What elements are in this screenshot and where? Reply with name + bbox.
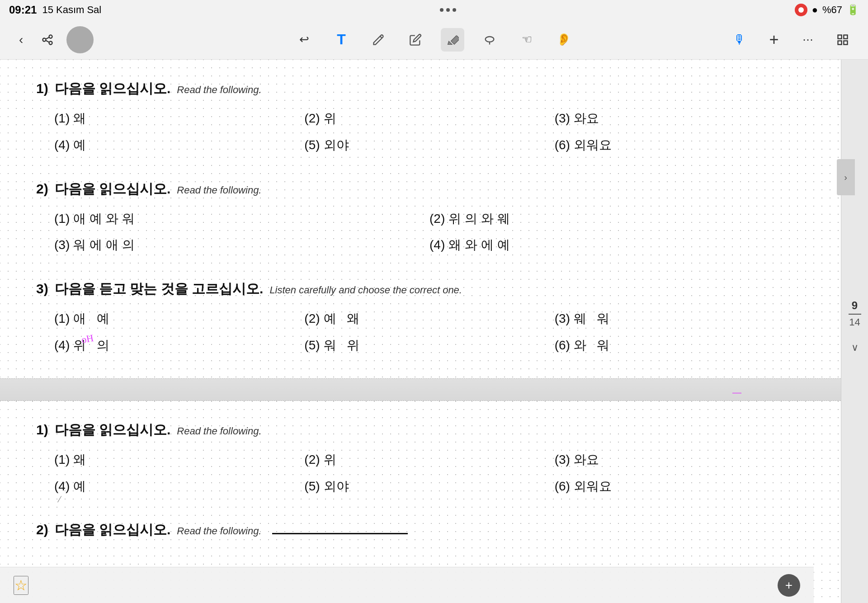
chevron-down-icon: ∨: [851, 342, 859, 353]
eraser-tool-button[interactable]: [441, 28, 464, 52]
bottom-section-2-title: 2) 다음을 읽으십시오. Read the following.: [36, 519, 805, 541]
svg-point-0: [486, 37, 494, 42]
section-1-english: Read the following.: [177, 82, 261, 98]
bottom-section-1-items: (1)왜 (2)위 (3)와요 (4)예 (5)외야 (6)외워요: [36, 450, 805, 497]
bottom-section-2: 2) 다음을 읽으십시오. Read the following.: [36, 519, 805, 541]
section-2-english: Read the following.: [177, 182, 261, 198]
svg-rect-3: [838, 41, 842, 44]
pencil-tool-button[interactable]: [404, 28, 427, 52]
status-right: ● %67 🔋: [795, 4, 859, 16]
bottom-section-2-english: Read the following.: [177, 523, 261, 539]
svg-rect-1: [838, 35, 842, 38]
section-3-english: Listen carefully and choose the correct …: [269, 282, 462, 298]
status-time: 09:21: [9, 4, 37, 16]
section-3-title: 3) 다음을 듣고 맞는 것을 고르십시오. Listen carefully …: [36, 278, 805, 300]
list-item: (4)왜 와 에 예: [429, 235, 805, 255]
list-item: (4)위 의 oH: [54, 335, 304, 356]
bottom-section-1-title: 1) 다음을 읽으십시오. Read the following.: [36, 419, 805, 441]
avatar-button[interactable]: [66, 26, 94, 53]
list-item: (3)워 에 애 의: [54, 235, 429, 255]
total-page-number: 14: [849, 316, 860, 328]
microphone-button[interactable]: 🎙: [728, 28, 751, 52]
hand-tool-button[interactable]: ☜: [515, 28, 538, 52]
list-item: (4)예: [54, 476, 304, 497]
section-2-number: 2): [36, 178, 48, 200]
status-left: 09:21 15 Kasım Sal: [9, 4, 101, 16]
pages-button[interactable]: [831, 28, 854, 52]
list-item: (2)예 왜: [304, 309, 554, 329]
bookmark-button[interactable]: ☆: [14, 576, 28, 595]
page-divider-line: [849, 314, 861, 315]
list-item: (1)애 예 와 워: [54, 209, 429, 229]
undo-button[interactable]: ↩: [292, 28, 316, 52]
share-button[interactable]: [36, 28, 59, 52]
section-3-items: (1)애 예 (2)예 왜 (3)웨 워 (4)위 의 oH (5)워 위 (6…: [36, 309, 805, 356]
chevron-right-icon: ›: [844, 172, 847, 183]
section-1-items: (1)왜 (2)위 (3)와요 (4)예 (5)외야 (6)외워요: [36, 108, 805, 155]
status-date: 15 Kasım Sal: [42, 4, 101, 16]
list-item: (5)외야: [304, 476, 554, 497]
svg-rect-4: [844, 41, 847, 44]
list-item: (1)왜: [54, 108, 304, 129]
record-indicator: [795, 4, 807, 16]
battery-icon: 🔋: [847, 4, 859, 16]
toolbar: ‹ ↩ T: [0, 20, 868, 60]
page-content: 1) 다음을 읽으십시오. Read the following. (1)왜 (…: [0, 60, 841, 603]
toolbar-right: 🎙 + ⋯: [728, 28, 854, 52]
bottom-section-1-english: Read the following.: [177, 423, 261, 439]
section-1-title: 1) 다음을 읽으십시오. Read the following.: [36, 78, 805, 99]
bottom-bar: ☆ +: [0, 567, 814, 603]
list-item: (6)와 워: [555, 335, 805, 356]
list-item: (1)애 예: [54, 309, 304, 329]
section-3-number: 3): [36, 278, 48, 300]
add-button[interactable]: +: [762, 28, 786, 52]
more-options-button[interactable]: ⋯: [797, 28, 820, 52]
back-button[interactable]: ‹: [14, 29, 28, 51]
status-center-dots: [440, 8, 456, 12]
battery-level: %67: [822, 4, 842, 16]
list-item: (1)왜: [54, 450, 304, 470]
record-inner: [798, 7, 804, 13]
section-2: 2) 다음을 읽으십시오. Read the following. (1)애 예…: [36, 178, 805, 256]
lasso-tool-button[interactable]: [478, 28, 501, 52]
page-number-display: 9 14: [849, 299, 861, 328]
section-2-items: (1)애 예 와 워 (2)위 의 와 웨 (3)워 에 애 의 (4)왜 와 …: [36, 209, 805, 256]
section-3-korean: 다음을 듣고 맞는 것을 고르십시오.: [55, 278, 264, 300]
status-bar: 09:21 15 Kasım Sal ● %67 🔋: [0, 0, 868, 20]
list-item: (2)위 의 와 웨: [429, 209, 805, 229]
bottom-section-1-korean: 다음을 읽으십시오.: [55, 419, 171, 441]
wifi-icon: ●: [812, 4, 818, 16]
text-tool-button[interactable]: T: [330, 28, 353, 52]
pen-tool-button[interactable]: [367, 28, 390, 52]
bottom-section-1: 1) 다음을 읽으십시오. Read the following. (1)왜 (…: [36, 419, 805, 497]
section-2-title: 2) 다음을 읽으십시오. Read the following.: [36, 178, 805, 200]
list-item: (5)외야: [304, 135, 554, 155]
section-1-korean: 다음을 읽으십시오.: [55, 78, 171, 99]
list-item: (2)위: [304, 108, 554, 129]
dot-2: [446, 8, 450, 12]
section-2-korean: 다음을 읽으십시오.: [55, 178, 171, 200]
toolbar-center: ↩ T ☜: [292, 28, 576, 52]
zoom-plus-button[interactable]: +: [778, 574, 800, 597]
section-3: 3) 다음을 듣고 맞는 것을 고르십시오. Listen carefully …: [36, 278, 805, 356]
listen-tool-button[interactable]: 👂: [552, 28, 576, 52]
bottom-section-2-number: 2): [36, 519, 48, 541]
list-item: (6)외워요: [555, 135, 805, 155]
page-inner: 1) 다음을 읽으십시오. Read the following. (1)왜 (…: [0, 60, 841, 581]
scroll-down-indicator[interactable]: ∨: [851, 342, 859, 353]
underline-decoration: [272, 533, 408, 534]
list-item: (2)위: [304, 450, 554, 470]
current-page-number: 9: [852, 299, 858, 312]
dash-annotation: —: [732, 385, 741, 400]
list-item: (4)예: [54, 135, 304, 155]
list-item: (6)외워요: [555, 476, 805, 497]
sidebar-right: › 9 14 ∨: [841, 60, 868, 603]
section-1-number: 1): [36, 78, 48, 99]
svg-rect-2: [844, 35, 847, 38]
dot-3: [453, 8, 456, 12]
list-item: (5)워 위: [304, 335, 554, 356]
bottom-section-1-number: 1): [36, 419, 48, 441]
list-item: (3)와요: [555, 108, 805, 129]
main-area: 1) 다음을 읽으십시오. Read the following. (1)왜 (…: [0, 60, 868, 603]
page-divider: —: [0, 378, 841, 401]
